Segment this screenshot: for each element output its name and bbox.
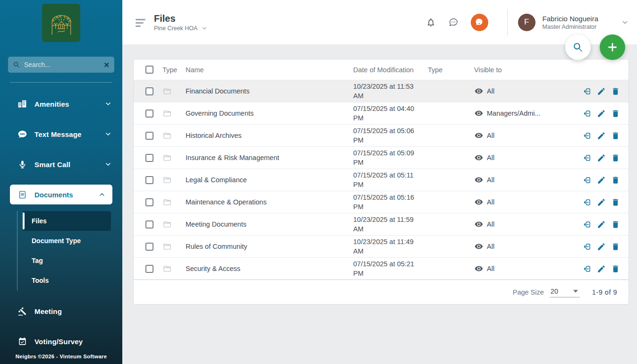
table-row[interactable]: Rules of Community 10/23/2025 at 11:49 A…: [134, 235, 629, 257]
move-icon[interactable]: [583, 153, 592, 162]
collapse-menu-icon[interactable]: [136, 18, 145, 27]
search-fab-button[interactable]: [565, 34, 591, 60]
notifications-bell-icon[interactable]: [426, 17, 436, 27]
edit-icon[interactable]: [597, 198, 606, 207]
add-fab-button[interactable]: [600, 34, 625, 60]
select-all-checkbox[interactable]: [145, 66, 153, 74]
row-date: 07/15/2025 at 05:16 PM: [353, 193, 428, 212]
move-icon[interactable]: [583, 198, 592, 207]
delete-icon[interactable]: [611, 176, 620, 185]
table-row[interactable]: Governing Documents 07/15/2025 at 04:40 …: [134, 102, 629, 124]
header-divider: [507, 9, 508, 35]
move-icon[interactable]: [583, 176, 592, 185]
community-selector[interactable]: Pine Creek HOA: [154, 25, 208, 32]
edit-icon[interactable]: [597, 176, 606, 185]
folder-icon: [162, 242, 186, 251]
delete-icon[interactable]: [611, 109, 620, 118]
row-checkbox[interactable]: [145, 198, 153, 206]
sidebar-item-voting-survey[interactable]: Voting/Survey: [0, 326, 122, 356]
folder-icon: [162, 131, 186, 140]
chevron-down-icon: [104, 130, 112, 138]
sidebar-item-meeting[interactable]: Meeting: [0, 296, 122, 326]
delete-icon[interactable]: [611, 131, 620, 140]
table-row[interactable]: Insurance & Risk Management 07/15/2025 a…: [134, 146, 629, 169]
delete-icon[interactable]: [611, 264, 620, 273]
row-name: Insurance & Risk Management: [186, 154, 353, 161]
sidebar-item-label: Documents: [34, 191, 98, 199]
row-visible-label: All: [487, 154, 494, 161]
row-checkbox[interactable]: [145, 176, 153, 184]
sms-icon: SMS: [17, 129, 27, 139]
folder-icon: [162, 109, 186, 118]
table-row[interactable]: Meeting Documents 10/23/2025 at 11:59 AM…: [134, 213, 629, 235]
edit-icon[interactable]: [597, 220, 606, 229]
edit-icon[interactable]: [597, 109, 606, 118]
building-icon: [17, 99, 27, 109]
sidebar: PINE CREEK ✕ Amenities SMS Text Message: [0, 0, 122, 364]
delete-icon[interactable]: [611, 242, 620, 251]
folder-icon: [162, 197, 186, 207]
sidebar-search: ✕: [8, 57, 114, 73]
clear-search-icon[interactable]: ✕: [103, 61, 110, 68]
delete-icon[interactable]: [611, 220, 620, 229]
eye-icon: [474, 264, 484, 273]
sidebar-item-documents[interactable]: Documents: [10, 185, 112, 204]
move-icon[interactable]: [583, 131, 592, 140]
row-checkbox[interactable]: [145, 265, 153, 273]
sidebar-subitem-tools[interactable]: Tools: [23, 271, 111, 290]
row-name: Governing Documents: [186, 110, 353, 117]
row-checkbox[interactable]: [145, 243, 153, 251]
sidebar-item-label: Amenities: [34, 100, 104, 108]
move-icon[interactable]: [583, 242, 592, 251]
page-size-select[interactable]: 20: [550, 287, 580, 297]
row-name: Historical Archives: [186, 132, 353, 139]
neigbrs-brand-icon[interactable]: [471, 14, 488, 31]
row-visible-label: All: [487, 198, 494, 206]
edit-icon[interactable]: [597, 264, 606, 273]
sidebar-subitem-tag[interactable]: Tag: [23, 251, 111, 271]
user-menu[interactable]: Fabricio Nogueira Master Administrator: [543, 15, 598, 30]
row-checkbox[interactable]: [145, 220, 153, 229]
column-header-type2: Type: [428, 66, 474, 74]
row-checkbox[interactable]: [145, 132, 153, 140]
chat-icon[interactable]: [448, 17, 459, 27]
delete-icon[interactable]: [611, 87, 620, 96]
move-icon[interactable]: [583, 87, 592, 96]
table-row[interactable]: Financial Documents 10/23/2025 at 11:53 …: [134, 80, 629, 102]
row-name: Security & Access: [186, 265, 353, 272]
row-checkbox[interactable]: [145, 87, 153, 95]
sidebar-subitem-files[interactable]: Files: [23, 211, 111, 231]
table-row[interactable]: Security & Access 07/15/2025 at 05:21 PM…: [134, 257, 629, 279]
sidebar-item-smart-call[interactable]: Smart Call: [0, 149, 122, 179]
delete-icon[interactable]: [611, 198, 620, 207]
sidebar-item-text-message[interactable]: SMS Text Message: [0, 119, 122, 149]
row-checkbox[interactable]: [145, 110, 153, 118]
row-checkbox[interactable]: [145, 154, 153, 162]
row-date: 07/15/2025 at 05:21 PM: [353, 259, 428, 278]
table-body: Financial Documents 10/23/2025 at 11:53 …: [134, 80, 629, 279]
eye-icon: [474, 242, 484, 251]
edit-icon[interactable]: [597, 87, 606, 96]
edit-icon[interactable]: [597, 153, 606, 162]
move-icon[interactable]: [583, 109, 592, 118]
move-icon[interactable]: [583, 264, 592, 273]
row-date: 07/15/2025 at 05:06 PM: [353, 126, 428, 145]
sidebar-nav: Amenities SMS Text Message Smart Call: [0, 89, 122, 356]
move-icon[interactable]: [583, 220, 592, 229]
subitem-label: Tag: [32, 257, 43, 264]
table-row[interactable]: Historical Archives 07/15/2025 at 05:06 …: [134, 124, 629, 146]
microphone-icon: [17, 160, 27, 169]
search-input[interactable]: [24, 61, 100, 68]
avatar[interactable]: F: [518, 14, 535, 31]
sidebar-item-amenities[interactable]: Amenities: [0, 89, 122, 119]
table-row[interactable]: Maintenance & Operations 07/15/2025 at 0…: [134, 191, 629, 213]
edit-icon[interactable]: [597, 242, 606, 251]
main-area: Files Pine Creek HOA F Fabricio Nogueira: [122, 0, 637, 364]
svg-text:SMS: SMS: [20, 133, 25, 135]
delete-icon[interactable]: [611, 153, 620, 162]
edit-icon[interactable]: [597, 131, 606, 140]
table-row[interactable]: Legal & Compliance 07/15/2025 at 05:11 P…: [134, 169, 629, 191]
chevron-down-icon[interactable]: [621, 18, 629, 26]
row-visible-label: All: [487, 87, 494, 95]
sidebar-subitem-document-type[interactable]: Document Type: [23, 231, 111, 251]
